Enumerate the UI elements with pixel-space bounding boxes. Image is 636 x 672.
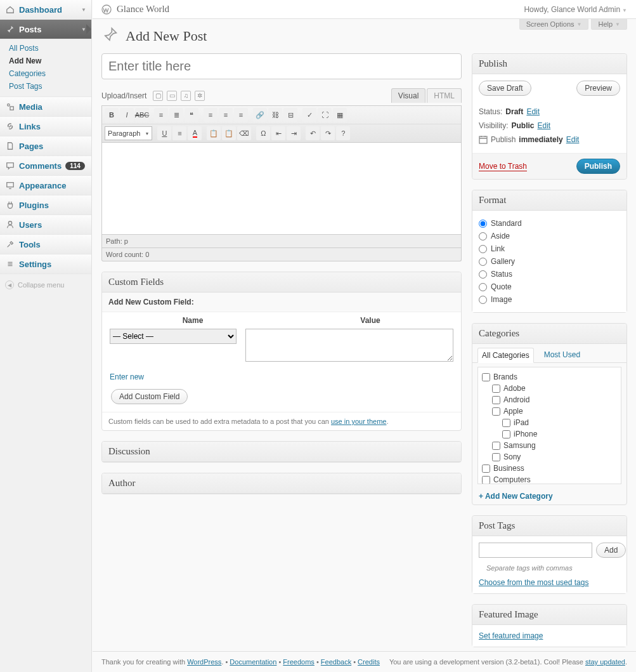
howdy-user[interactable]: Howdy, Glance World Admin▼	[524, 5, 627, 14]
category-item[interactable]: iPhone	[482, 428, 617, 440]
format-option-aside[interactable]: Aside	[479, 230, 620, 242]
footer-credits[interactable]: Credits	[358, 658, 380, 666]
publish-title[interactable]: Publish	[472, 54, 626, 74]
categories-title[interactable]: Categories	[472, 324, 626, 344]
add-audio-icon[interactable]: ♫	[181, 91, 191, 101]
menu-plugins[interactable]: Plugins	[0, 195, 91, 215]
bold-button[interactable]: B	[105, 108, 119, 122]
blockquote-button[interactable]: ❝	[185, 108, 198, 122]
strike-button[interactable]: ABC	[135, 108, 149, 122]
edit-visibility[interactable]: Edit	[537, 121, 550, 130]
number-list-button[interactable]: ≣	[169, 108, 183, 122]
submenu-all-posts[interactable]: All Posts	[0, 42, 91, 55]
add-media-icon[interactable]: ✲	[195, 91, 205, 101]
format-option-quote[interactable]: Quote	[479, 280, 620, 293]
cf-value-textarea[interactable]	[245, 329, 453, 362]
category-checkbox[interactable]	[502, 419, 510, 427]
add-tag-button[interactable]: Add	[596, 543, 626, 558]
more-button[interactable]: ⊟	[283, 108, 297, 122]
category-checkbox[interactable]	[482, 373, 490, 381]
format-radio[interactable]	[479, 245, 487, 253]
help-toggle[interactable]: Help▼	[591, 19, 627, 30]
menu-pages[interactable]: Pages	[0, 136, 91, 156]
category-checkbox[interactable]	[492, 385, 500, 393]
format-radio[interactable]	[479, 258, 487, 266]
outdent-button[interactable]: ⇤	[271, 126, 285, 140]
italic-button[interactable]: I	[120, 108, 134, 122]
category-list[interactable]: BrandsAdobeAndroidAppleiPadiPhoneSamsung…	[477, 367, 621, 484]
tags-title[interactable]: Post Tags	[472, 516, 626, 536]
indent-button[interactable]: ⇥	[287, 126, 301, 140]
add-video-icon[interactable]: ▭	[167, 91, 177, 101]
discussion-title[interactable]: Discussion	[102, 442, 461, 462]
footer-freedoms[interactable]: Freedoms	[283, 658, 315, 666]
tab-html[interactable]: HTML	[427, 88, 462, 103]
format-radio[interactable]	[479, 296, 487, 304]
category-checkbox[interactable]	[492, 453, 500, 461]
tab-visual[interactable]: Visual	[391, 88, 425, 103]
move-to-trash[interactable]: Move to Trash	[479, 162, 527, 171]
format-radio[interactable]	[479, 232, 487, 240]
category-item[interactable]: Brands	[482, 371, 617, 383]
preview-button[interactable]: Preview	[576, 81, 620, 96]
textcolor-button[interactable]: A	[188, 126, 202, 140]
publish-button[interactable]: Publish	[576, 159, 620, 174]
screen-options-toggle[interactable]: Screen Options▼	[519, 19, 589, 30]
format-select[interactable]: Paragraph	[105, 126, 152, 140]
justify-button[interactable]: ≡	[172, 126, 186, 140]
format-option-link[interactable]: Link	[479, 242, 620, 255]
cat-tab-all[interactable]: All Categories	[477, 348, 534, 363]
submenu-categories[interactable]: Categories	[0, 67, 91, 80]
format-option-image[interactable]: Image	[479, 293, 620, 306]
footer-stay-updated[interactable]: stay updated	[585, 658, 625, 666]
category-item[interactable]: Android	[482, 394, 617, 405]
wphelp-button[interactable]: ?	[336, 126, 350, 140]
format-option-gallery[interactable]: Gallery	[479, 255, 620, 268]
cat-tab-most[interactable]: Most Used	[540, 348, 584, 362]
site-name[interactable]: Glance World	[117, 4, 169, 15]
category-item[interactable]: Samsung	[482, 440, 617, 451]
paste-text-button[interactable]: 📋	[207, 126, 221, 140]
cf-note-link[interactable]: use in your theme	[331, 418, 386, 425]
charmap-button[interactable]: Ω	[256, 126, 270, 140]
kitchensink-button[interactable]: ▦	[333, 108, 347, 122]
category-checkbox[interactable]	[502, 430, 510, 438]
featured-image-title[interactable]: Featured Image	[472, 605, 626, 625]
redo-button[interactable]: ↷	[321, 126, 335, 140]
align-center-button[interactable]: ≡	[219, 108, 233, 122]
unlink-button[interactable]: ⛓	[268, 108, 282, 122]
category-item[interactable]: Adobe	[482, 383, 617, 394]
category-checkbox[interactable]	[482, 464, 490, 473]
category-item[interactable]: Sony	[482, 451, 617, 463]
cf-enter-new[interactable]: Enter new	[102, 370, 461, 386]
menu-posts[interactable]: Posts ▼	[0, 20, 91, 39]
menu-links[interactable]: Links	[0, 117, 91, 136]
save-draft-button[interactable]: Save Draft	[479, 81, 531, 96]
category-item[interactable]: Computers	[482, 474, 617, 484]
footer-feedback[interactable]: Feedback	[321, 658, 351, 666]
collapse-menu[interactable]: ◀ Collapse menu	[0, 274, 91, 296]
format-title[interactable]: Format	[472, 190, 626, 211]
menu-media[interactable]: Media	[0, 97, 91, 117]
post-title-input[interactable]	[101, 53, 462, 79]
fullscreen-button[interactable]: ⛶	[318, 108, 332, 122]
menu-appearance[interactable]: Appearance	[0, 176, 91, 195]
footer-documentation[interactable]: Documentation	[230, 658, 276, 666]
submenu-post-tags[interactable]: Post Tags	[0, 80, 91, 93]
category-item[interactable]: iPad	[482, 417, 617, 428]
link-button[interactable]: 🔗	[253, 108, 267, 122]
custom-fields-title[interactable]: Custom Fields	[102, 272, 461, 293]
remove-format-button[interactable]: ⌫	[237, 126, 251, 140]
menu-settings[interactable]: Settings	[0, 254, 91, 274]
format-radio[interactable]	[479, 220, 487, 228]
format-option-standard[interactable]: Standard	[479, 217, 620, 230]
category-checkbox[interactable]	[492, 407, 500, 416]
category-item[interactable]: Apple	[482, 405, 617, 417]
format-radio[interactable]	[479, 270, 487, 279]
format-option-status[interactable]: Status	[479, 268, 620, 280]
menu-tools[interactable]: Tools	[0, 235, 91, 254]
add-custom-field-button[interactable]: Add Custom Field	[111, 389, 188, 404]
add-new-category[interactable]: + Add New Category	[472, 488, 626, 504]
set-featured-image[interactable]: Set featured image	[479, 631, 543, 640]
category-checkbox[interactable]	[492, 396, 500, 404]
